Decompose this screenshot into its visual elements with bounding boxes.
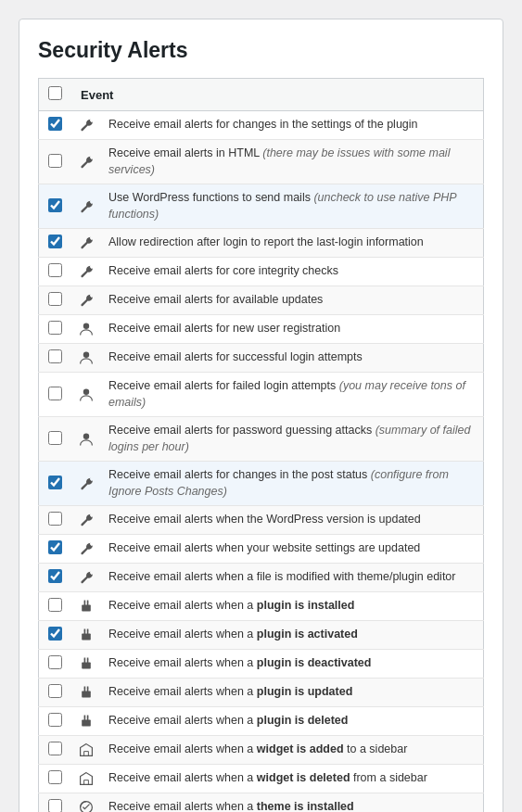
row-icon-17 <box>71 650 101 679</box>
row-icon-5 <box>71 258 101 286</box>
row-icon-22 <box>71 793 101 813</box>
row-icon-9 <box>71 373 101 417</box>
checkbox-cell <box>39 506 72 535</box>
row-checkbox-6[interactable] <box>48 292 62 306</box>
row-icon-21 <box>71 765 101 793</box>
checkbox-cell <box>39 344 72 373</box>
row-icon-12 <box>71 506 101 535</box>
row-icon-10 <box>71 417 101 462</box>
checkbox-cell <box>39 315 72 344</box>
row-label-15: Receive email alerts when a plugin is in… <box>101 592 484 621</box>
row-icon-11 <box>71 462 101 506</box>
row-checkbox-13[interactable] <box>48 540 62 554</box>
row-icon-4 <box>71 229 101 258</box>
row-label-2: Receive email alerts in HTML (there may … <box>101 140 484 184</box>
row-checkbox-3[interactable] <box>48 198 62 212</box>
page-title: Security Alerts <box>38 38 484 63</box>
row-icon-8 <box>71 344 101 373</box>
row-icon-3 <box>71 184 101 229</box>
row-label-5: Receive email alerts for core integrity … <box>101 258 484 286</box>
checkbox-cell <box>39 462 72 506</box>
row-label-21: Receive email alerts when a widget is de… <box>101 765 484 793</box>
row-checkbox-1[interactable] <box>48 117 62 131</box>
row-checkbox-18[interactable] <box>48 684 62 698</box>
checkbox-cell <box>39 286 72 315</box>
row-icon-15 <box>71 592 101 621</box>
row-icon-14 <box>71 564 101 592</box>
checkbox-cell <box>39 564 72 592</box>
row-icon-1 <box>71 111 101 140</box>
alerts-table: Event Receive email alerts for changes i… <box>38 78 484 812</box>
svg-rect-10 <box>82 663 91 669</box>
row-checkbox-20[interactable] <box>48 742 62 755</box>
row-checkbox-15[interactable] <box>48 598 62 612</box>
checkbox-cell <box>39 111 72 140</box>
checkbox-cell <box>39 736 72 765</box>
row-label-18: Receive email alerts when a plugin is up… <box>101 679 484 707</box>
checkbox-cell <box>39 765 72 793</box>
row-checkbox-9[interactable] <box>48 387 62 400</box>
row-label-10: Receive email alerts for password guessi… <box>101 417 484 462</box>
row-checkbox-12[interactable] <box>48 512 62 526</box>
row-icon-7 <box>71 315 101 344</box>
row-label-7: Receive email alerts for new user regist… <box>101 315 484 344</box>
svg-point-1 <box>83 352 89 358</box>
row-icon-18 <box>71 679 101 707</box>
row-label-11: Receive email alerts for changes in the … <box>101 462 484 506</box>
svg-rect-4 <box>82 605 91 612</box>
checkbox-cell <box>39 417 72 462</box>
svg-point-3 <box>83 433 89 438</box>
checkbox-cell <box>39 140 72 184</box>
row-checkbox-10[interactable] <box>48 431 62 445</box>
row-icon-6 <box>71 286 101 315</box>
checkbox-cell <box>39 793 72 813</box>
row-icon-16 <box>71 621 101 650</box>
row-label-19: Receive email alerts when a plugin is de… <box>101 707 484 736</box>
checkbox-cell <box>39 707 72 736</box>
row-checkbox-21[interactable] <box>48 770 62 784</box>
row-icon-19 <box>71 707 101 736</box>
row-checkbox-2[interactable] <box>48 154 62 168</box>
select-all-checkbox[interactable] <box>48 86 62 100</box>
row-label-12: Receive email alerts when the WordPress … <box>101 506 484 535</box>
checkbox-cell <box>39 650 72 679</box>
checkbox-cell <box>39 592 72 621</box>
row-checkbox-11[interactable] <box>48 476 62 489</box>
row-checkbox-5[interactable] <box>48 263 62 277</box>
checkbox-cell <box>39 184 72 229</box>
row-checkbox-4[interactable] <box>48 235 62 248</box>
row-checkbox-19[interactable] <box>48 713 62 727</box>
row-label-3: Use WordPress functions to send mails (u… <box>101 184 484 229</box>
row-label-1: Receive email alerts for changes in the … <box>101 111 484 140</box>
row-label-14: Receive email alerts when a file is modi… <box>101 564 484 592</box>
row-label-4: Allow redirection after login to report … <box>101 229 484 258</box>
header-checkbox-cell <box>39 79 72 111</box>
svg-point-0 <box>83 324 89 329</box>
row-checkbox-14[interactable] <box>48 569 62 583</box>
svg-rect-7 <box>82 634 91 641</box>
row-checkbox-17[interactable] <box>48 655 62 669</box>
checkbox-cell <box>39 535 72 564</box>
row-label-9: Receive email alerts for failed login at… <box>101 373 484 417</box>
row-label-16: Receive email alerts when a plugin is ac… <box>101 621 484 650</box>
svg-rect-16 <box>82 720 91 727</box>
checkbox-cell <box>39 229 72 258</box>
row-label-6: Receive email alerts for available updat… <box>101 286 484 315</box>
checkbox-cell <box>39 679 72 707</box>
row-checkbox-7[interactable] <box>48 321 62 335</box>
row-icon-13 <box>71 535 101 564</box>
row-checkbox-22[interactable] <box>48 799 62 812</box>
row-label-13: Receive email alerts when your website s… <box>101 535 484 564</box>
event-column-header: Event <box>71 79 484 111</box>
svg-point-2 <box>83 388 89 394</box>
checkbox-cell <box>39 373 72 417</box>
row-label-22: Receive email alerts when a theme is ins… <box>101 793 484 813</box>
row-label-20: Receive email alerts when a widget is ad… <box>101 736 484 765</box>
row-label-17: Receive email alerts when a plugin is de… <box>101 650 484 679</box>
security-alerts-panel: Security Alerts Event Receive email aler… <box>19 19 503 812</box>
row-checkbox-16[interactable] <box>48 627 62 641</box>
row-checkbox-8[interactable] <box>48 349 62 363</box>
checkbox-cell <box>39 258 72 286</box>
row-label-8: Receive email alerts for successful logi… <box>101 344 484 373</box>
checkbox-cell <box>39 621 72 650</box>
